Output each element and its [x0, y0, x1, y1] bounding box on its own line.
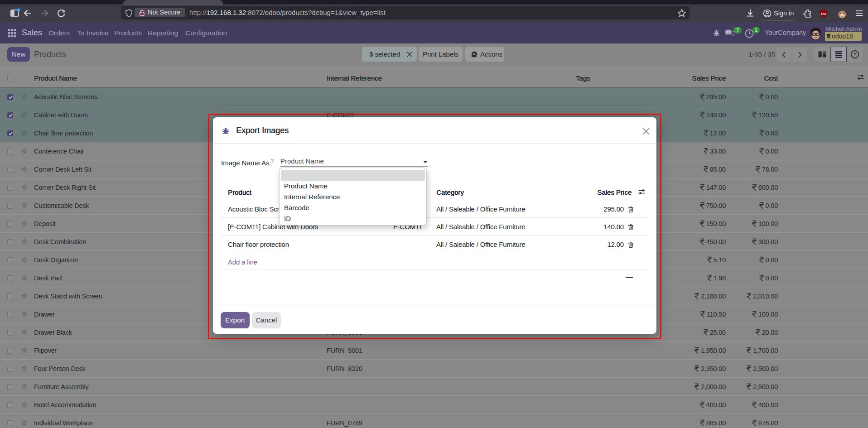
svg-text:UO: UO [821, 12, 826, 16]
